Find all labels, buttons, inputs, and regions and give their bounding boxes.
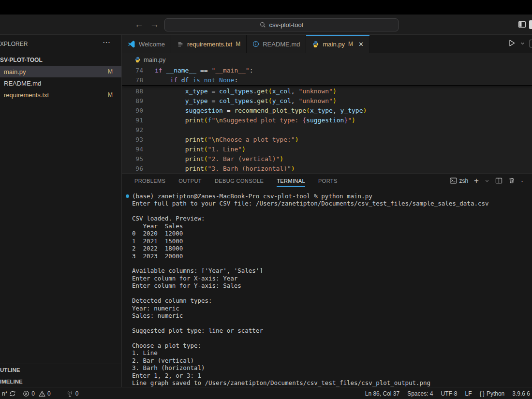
branch-indicator[interactable]: n* (2, 390, 16, 397)
line-number: 96 (122, 164, 143, 173)
terminal-line-22: 2. Bar (vertical) (122, 357, 532, 364)
line-number: 78 (122, 75, 143, 85)
code-line-89[interactable]: 89 y_type = col_types.get(y_col, "unknow… (122, 96, 532, 106)
terminal-line-21: 1. Line (122, 349, 532, 356)
close-icon[interactable]: ✕ (358, 41, 364, 48)
command-center-search[interactable]: csv-plot-tool (164, 18, 399, 31)
code-line-96[interactable]: 96 print("3. Barh (horizontal)") (122, 164, 532, 173)
terminal-line-0: (base) zanetipton@Zanes-MacBook-Pro csv-… (122, 192, 532, 200)
terminal-output[interactable]: (base) zanetipton@Zanes-MacBook-Pro csv-… (122, 192, 532, 387)
tab-readme-md[interactable]: README.md (247, 35, 306, 53)
toggle-sidebar-layout-icon[interactable] (518, 20, 526, 29)
cursor-position[interactable]: Ln 86, Col 37 (365, 390, 399, 397)
code-text: if df is not None: (143, 75, 238, 85)
sticky-code-line-74[interactable]: 74if __name__ == "__main__": (122, 66, 532, 75)
vscode-window: ← → csv-plot-tool XPLORER ⋯ SV-PLOT-TOOL… (0, 0, 532, 399)
line-number: 92 (122, 125, 143, 135)
code-line-93[interactable]: 93 print("\nChoose a plot type:") (122, 135, 532, 145)
panel-tab-output[interactable]: OUTPUT (178, 174, 202, 188)
code-text: y_type = col_types.get(y_col, "unknown") (143, 96, 337, 106)
sync-icon (9, 390, 16, 397)
terminal-line-7: 2 2022 18000 (122, 245, 532, 252)
line-number: 74 (122, 66, 143, 75)
timeline-section-header[interactable]: IMELINE (0, 376, 121, 387)
bottom-panel: PROBLEMSOUTPUTDEBUG CONSOLETERMINALPORTS… (122, 173, 532, 387)
line-number: 95 (122, 154, 143, 164)
terminal-line-19 (122, 334, 532, 341)
terminal-line-6: 1 2021 15000 (122, 237, 532, 245)
indent-guide (170, 86, 170, 173)
error-icon (23, 390, 30, 397)
code-text: print(f"\nSuggested plot type: {suggesti… (143, 116, 355, 125)
command-decoration-dot[interactable] (126, 194, 129, 198)
explorer-more-actions-icon[interactable]: ⋯ (103, 38, 111, 47)
problems-indicator[interactable]: 0 0 (23, 390, 50, 397)
info-icon (252, 41, 259, 47)
file-item-requirements-txt[interactable]: requirements.txt M (0, 89, 121, 101)
back-arrow-icon[interactable]: ← (134, 15, 144, 35)
panel-tab-ports[interactable]: PORTS (318, 174, 338, 188)
tab-main-py[interactable]: main.py M ✕ (306, 35, 369, 53)
split-terminal-icon[interactable] (495, 177, 502, 184)
code-line-91[interactable]: 91 print(f"\nSuggested plot type: {sugge… (122, 116, 532, 125)
code-line-92[interactable]: 92 (122, 125, 532, 135)
list-icon (177, 41, 184, 47)
tab-requirements-txt[interactable]: requirements.txt M (171, 35, 247, 53)
python-interpreter[interactable]: 3.9.6 6 (512, 390, 530, 397)
modified-badge: M (348, 41, 353, 47)
file-item-main-py[interactable]: main.py M (0, 66, 121, 77)
terminal-instance[interactable]: zsh (450, 177, 468, 184)
panel-tab-debug-console[interactable]: DEBUG CONSOLE (215, 174, 264, 188)
line-number: 88 (122, 87, 143, 96)
file-item-readme-md[interactable]: README.md (0, 77, 121, 89)
braces-icon: { } (480, 390, 485, 397)
tab-label: README.md (263, 41, 300, 48)
sticky-code-line-78[interactable]: 78 if df is not None: (122, 75, 532, 85)
tab-welcome[interactable]: Welcome (122, 35, 171, 53)
tab-label: requirements.txt (187, 41, 232, 48)
terminal-line-14: Detected column types: (122, 297, 532, 304)
breadcrumb[interactable]: main.py (122, 53, 532, 66)
forward-arrow-icon[interactable]: → (150, 15, 159, 35)
outline-section-header[interactable]: UTLINE (0, 364, 121, 376)
title-bar: ← → csv-plot-tool (0, 15, 532, 35)
tab-label: Welcome (139, 41, 165, 48)
terminal-line-16: Sales: numeric (122, 312, 532, 319)
indentation[interactable]: Spaces: 4 (407, 390, 433, 397)
run-python-file-icon[interactable] (507, 39, 516, 47)
terminal-line-25: Line graph saved to /Users/zanetipton/Do… (122, 379, 532, 386)
panel-tab-problems[interactable]: PROBLEMS (134, 174, 165, 188)
encoding[interactable]: UTF-8 (441, 390, 458, 397)
ports-indicator[interactable]: 0 (66, 390, 79, 397)
language-mode[interactable]: { } Python (480, 390, 505, 397)
code-line-95[interactable]: 95 print("2. Bar (vertical)") (122, 154, 532, 164)
code-line-88[interactable]: 88 x_type = col_types.get(x_col, "unknow… (122, 87, 532, 96)
clipped-split-editor-icon (530, 40, 532, 47)
ports-count: 0 (75, 390, 79, 397)
clipped-layout-icon (529, 20, 532, 29)
kill-terminal-icon[interactable] (508, 177, 515, 184)
code-line-90[interactable]: 90 suggestion = recommend_plot_type(x_ty… (122, 106, 532, 116)
code-editor[interactable]: 74if __name__ == "__main__":78 if df is … (122, 66, 532, 173)
terminal-line-8: 3 2023 20000 (122, 252, 532, 260)
code-text: print("1. Line") (143, 145, 246, 154)
eol-sequence[interactable]: LF (465, 390, 472, 397)
code-text: print("2. Bar (vertical)") (143, 154, 283, 164)
terminal-line-12: Enter column for Y-axis: Sales (122, 282, 532, 289)
code-text: print("\nChoose a plot type:") (143, 135, 298, 145)
terminal-line-15: Year: numeric (122, 305, 532, 312)
terminal-icon (450, 177, 457, 184)
file-name: requirements.txt (4, 91, 49, 99)
code-text: suggestion = recommend_plot_type(x_type,… (143, 106, 367, 116)
code-text: if __name__ == "__main__": (143, 66, 253, 75)
code-line-94[interactable]: 94 print("1. Line") (122, 145, 532, 154)
run-dropdown-chevron-icon[interactable] (520, 41, 525, 46)
project-folder-label[interactable]: SV-PLOT-TOOL (0, 54, 121, 66)
line-number: 89 (122, 96, 143, 106)
terminal-dropdown-chevron-icon[interactable] (485, 178, 489, 183)
python-icon (134, 57, 141, 63)
new-terminal-icon[interactable]: + (474, 178, 479, 183)
modified-badge: M (108, 68, 113, 75)
terminal-line-18: Suggested plot type: line or scatter (122, 327, 532, 334)
panel-tab-terminal[interactable]: TERMINAL (277, 174, 305, 188)
